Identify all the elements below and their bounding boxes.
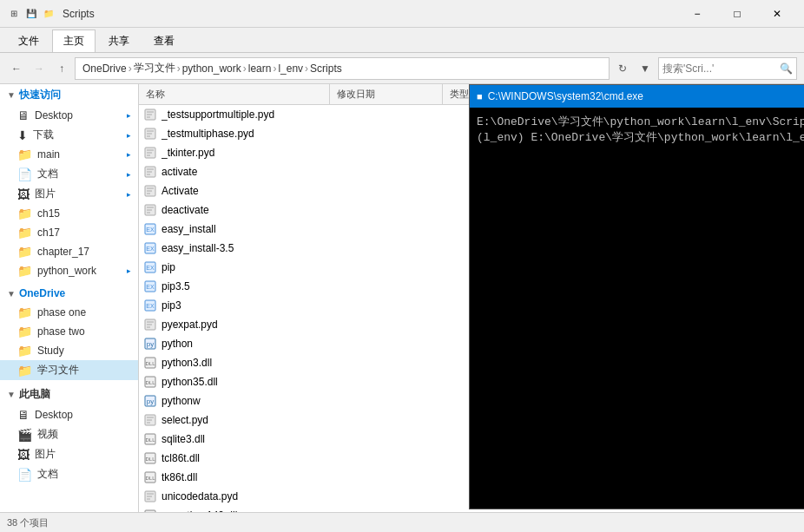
sidebar-item-label: phase two xyxy=(37,325,85,338)
address-bar: ← → ↑ OneDrive › 学习文件 › python_work › le… xyxy=(0,53,804,84)
file-name: pip3.5 xyxy=(161,280,330,292)
folder-icon: 📁 xyxy=(17,226,32,240)
sidebar-item-pictures[interactable]: 🖼 图片 ▸ xyxy=(0,184,138,204)
file-name: unicodedata.pyd xyxy=(161,490,330,502)
this-pc-header[interactable]: ▼ 此电脑 xyxy=(0,384,138,405)
col-header-name[interactable]: 名称 xyxy=(139,84,330,104)
sidebar-item-ch17[interactable]: 📁 ch17 xyxy=(0,223,138,242)
sidebar-item-phase-two[interactable]: 📁 phase two xyxy=(0,322,138,341)
cmd-prompt: (l_env) E:\OneDrive\学习文件\python_work\lea… xyxy=(477,131,804,144)
search-box[interactable]: 🔍 xyxy=(658,57,797,80)
file-name: deactivate xyxy=(161,204,330,216)
sidebar-item-pictures-pc[interactable]: 🖼 图片 xyxy=(0,444,138,464)
item-count: 38 个项目 xyxy=(7,516,49,529)
sidebar-item-label: 视频 xyxy=(37,427,58,442)
sidebar-item-desktop-qa[interactable]: 🖥 Desktop ▸ xyxy=(0,106,138,125)
sidebar-item-label: 图片 xyxy=(35,187,56,201)
minimize-button[interactable]: − xyxy=(677,0,717,28)
file-icon: DLL xyxy=(142,355,158,371)
file-name: pythonw xyxy=(161,395,330,407)
back-button[interactable]: ← xyxy=(7,59,26,78)
col-header-date[interactable]: 修改日期 xyxy=(330,84,443,104)
sidebar-item-downloads[interactable]: ⬇ 下载 ▸ xyxy=(0,125,138,145)
folder-icon: 📁 xyxy=(17,305,32,319)
arrow-icon: ▸ xyxy=(127,111,131,120)
path-segment-lenv: l_env xyxy=(278,62,303,75)
up-button[interactable]: ↑ xyxy=(52,59,71,78)
sidebar-item-chapter17[interactable]: 📁 chapter_17 xyxy=(0,242,138,261)
file-name: easy_install-3.5 xyxy=(161,242,330,254)
arrow-icon: ▸ xyxy=(127,131,131,140)
maximize-button[interactable]: □ xyxy=(717,0,757,28)
folder-icon: 📁 xyxy=(17,207,32,220)
cmd-line-2: (l_env) E:\OneDrive\学习文件\python_work\lea… xyxy=(477,130,804,146)
close-button[interactable]: ✕ xyxy=(757,0,797,28)
sidebar-item-video[interactable]: 🎬 视频 xyxy=(0,424,138,444)
sidebar-item-label: chapter_17 xyxy=(37,246,89,258)
sidebar-item-label: Study xyxy=(37,345,64,357)
file-name: tcl86t.dll xyxy=(161,452,330,464)
sidebar-item-main[interactable]: 📁 main ▸ xyxy=(0,145,138,164)
file-name: easy_install xyxy=(161,223,330,235)
sidebar-item-label: 学习文件 xyxy=(37,363,79,378)
folder-icon: 📁 xyxy=(17,344,32,358)
sidebar-item-ch15[interactable]: 📁 ch15 xyxy=(0,204,138,223)
folder-icon: 📁 xyxy=(17,264,32,278)
forward-button[interactable]: → xyxy=(30,59,49,78)
tab-file[interactable]: 文件 xyxy=(7,30,50,52)
main-layout: ▼ 快速访问 🖥 Desktop ▸ ⬇ 下载 ▸ 📁 main ▸ 📄 文档 xyxy=(0,84,804,512)
sidebar-item-study[interactable]: 📁 Study xyxy=(0,341,138,360)
tab-view[interactable]: 查看 xyxy=(142,30,186,52)
tab-share[interactable]: 共享 xyxy=(97,30,141,52)
file-name: pip xyxy=(161,261,330,273)
sidebar-item-label: 图片 xyxy=(35,447,56,462)
sidebar-item-desktop-pc[interactable]: 🖥 Desktop xyxy=(0,405,138,424)
file-icon xyxy=(142,489,158,504)
file-name: Activate xyxy=(161,185,330,197)
sidebar-item-pythonwork[interactable]: 📁 python_work ▸ xyxy=(0,261,138,280)
sidebar-item-docs[interactable]: 📄 文档 ▸ xyxy=(0,164,138,184)
file-icon xyxy=(142,126,158,141)
sidebar-item-label: Desktop xyxy=(35,409,73,421)
file-icon: DLL xyxy=(142,508,158,512)
save-icon[interactable]: 💾 xyxy=(24,7,38,21)
refresh-button[interactable]: ↻ xyxy=(613,59,632,78)
folder-icon: 📁 xyxy=(17,325,32,338)
cmd-window[interactable]: ■ C:\WINDOWS\system32\cmd.exe − □ ✕ E:\O… xyxy=(469,84,804,509)
svg-text:EX: EX xyxy=(146,303,155,309)
docs-icon: 📄 xyxy=(17,167,32,181)
title-bar: ⊞ 💾 📁 Scripts − □ ✕ xyxy=(0,0,804,28)
file-name: pip3 xyxy=(161,299,330,312)
file-icon: EX xyxy=(142,240,158,256)
sidebar-section-quick-access: ▼ 快速访问 🖥 Desktop ▸ ⬇ 下载 ▸ 📁 main ▸ 📄 文档 xyxy=(0,84,138,280)
search-input[interactable] xyxy=(662,62,780,75)
search-icon: 🔍 xyxy=(780,62,793,75)
sidebar-section-onedrive: ▼ OneDrive 📁 phase one 📁 phase two 📁 Stu… xyxy=(0,284,138,380)
onedrive-header[interactable]: ▼ OneDrive xyxy=(0,284,138,303)
tab-home[interactable]: 主页 xyxy=(52,30,96,52)
file-name: vcruntime140.dll xyxy=(161,509,330,512)
folder-icon[interactable]: 📁 xyxy=(42,7,56,21)
grid-icon[interactable]: ⊞ xyxy=(7,7,21,21)
svg-text:EX: EX xyxy=(146,265,155,271)
cmd-title: C:\WINDOWS\system32\cmd.exe xyxy=(488,90,804,102)
sidebar-item-phase-one[interactable]: 📁 phase one xyxy=(0,303,138,322)
svg-text:DLL: DLL xyxy=(145,456,155,462)
address-path[interactable]: OneDrive › 学习文件 › python_work › learn › … xyxy=(75,57,610,80)
sidebar-item-xuexiwenjian[interactable]: 📁 学习文件 xyxy=(0,360,138,380)
file-icon: EX xyxy=(142,279,158,294)
folder-icon: 📁 xyxy=(17,148,32,161)
svg-text:DLL: DLL xyxy=(145,437,155,443)
file-icon xyxy=(142,183,158,199)
svg-text:DLL: DLL xyxy=(145,476,155,481)
file-name: select.pyd xyxy=(161,414,330,426)
sidebar-item-docs-pc[interactable]: 📄 文档 xyxy=(0,464,138,484)
quick-access-header[interactable]: ▼ 快速访问 xyxy=(0,84,138,106)
cmd-body: E:\OneDrive\学习文件\python_work\learn\l_env… xyxy=(470,108,804,509)
file-icon xyxy=(142,412,158,428)
arrow-icon: ▸ xyxy=(127,190,131,199)
onedrive-label: OneDrive xyxy=(19,287,65,299)
arrow-icon: ▸ xyxy=(127,266,131,275)
expand-path-button[interactable]: ▼ xyxy=(636,59,655,78)
arrow-icon: ▸ xyxy=(127,170,131,179)
